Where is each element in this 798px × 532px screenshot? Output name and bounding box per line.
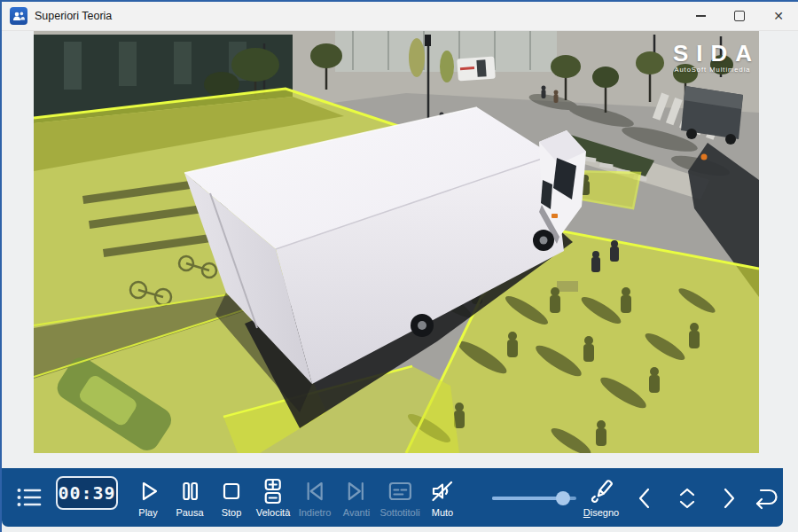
mute-icon [429,473,456,509]
stop-button[interactable]: Stop [218,468,245,527]
list-menu-button[interactable] [14,482,44,516]
minimize-button[interactable] [681,2,720,30]
playback-toolbar: 00:39 Play Pausa Stop [2,468,783,527]
pause-button[interactable]: Pausa [176,468,203,527]
nav-left-button[interactable] [633,468,656,527]
volume-slider[interactable] [492,491,576,505]
video-scene [34,31,759,453]
previous-icon [301,473,328,509]
maximize-button[interactable] [720,2,759,30]
chevron-right-icon [717,468,740,527]
chevron-vertical-icon [674,468,700,527]
subtitles-icon [387,473,413,509]
users-app-icon [10,7,27,25]
list-menu-icon [14,482,44,512]
window-title: Superiori Teoria [35,10,112,22]
volume-slider-fill [492,497,563,500]
maximize-icon [734,11,745,21]
play-icon [135,473,161,509]
close-button[interactable]: ✕ [759,2,798,30]
minimize-icon [696,15,706,17]
speed-icon [260,473,286,509]
stop-icon [218,473,245,509]
chevron-left-icon [633,468,656,527]
speed-button[interactable]: Velocità [256,468,291,527]
return-arrow-icon [750,468,780,527]
timer-value: 00:39 [58,482,115,504]
title-bar: Superiori Teoria ✕ [2,2,798,31]
video-area[interactable]: SIDA AutoSoft Multimedia [34,31,759,453]
draw-button[interactable]: Disegno [583,468,619,527]
timer-display: 00:39 [56,476,118,510]
previous-button[interactable]: Indietro [299,468,332,527]
mute-button[interactable]: Muto [429,468,456,527]
next-button[interactable]: Avanti [343,468,370,527]
volume-slider-thumb[interactable] [556,491,570,505]
white-van [457,56,496,81]
return-button[interactable] [750,468,780,527]
draw-pen-icon [588,473,614,509]
subtitles-button[interactable]: Sottotitoli [379,468,419,527]
play-button[interactable]: Play [135,468,161,527]
app-window: Superiori Teoria ✕ [0,0,798,532]
close-icon: ✕ [773,10,784,22]
window-controls: ✕ [681,2,798,30]
pause-icon [176,473,203,509]
nav-updown-button[interactable] [674,468,700,527]
nav-right-button[interactable] [717,468,740,527]
next-icon [343,473,370,509]
